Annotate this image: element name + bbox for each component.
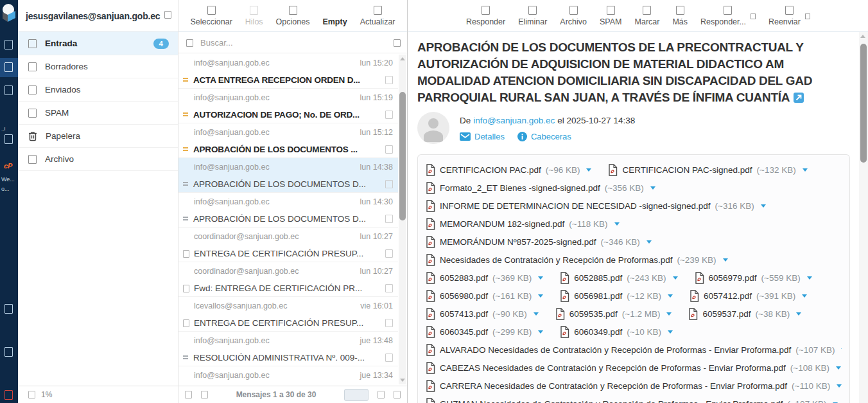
folder-item[interactable]: Archivo: [18, 148, 178, 171]
attachment-name[interactable]: CERTIFICACION PAC-signed.pdf: [622, 165, 752, 175]
attachment-item[interactable]: GUZMAN Necesidades de Contratación y Rec…: [426, 398, 838, 403]
attachment-name[interactable]: 6057413.pdf: [440, 309, 488, 319]
toolbar-button[interactable]: Más: [672, 6, 688, 26]
attachment-menu-icon[interactable]: [761, 204, 766, 208]
toolbar-button[interactable]: Opciones: [276, 6, 310, 26]
attachment-name[interactable]: CERTIFICACION PAC.pdf: [440, 165, 541, 175]
message-row[interactable]: info@sanjuan.gob.ec lun 15:12 APROBACIÓN…: [178, 123, 398, 158]
attachment-item[interactable]: MEMORÁNDUM Nº857-2025-signed.pdf (~346 K…: [426, 236, 652, 248]
attachment-name[interactable]: 6056981.pdf: [574, 291, 622, 301]
message-checkbox[interactable]: [385, 180, 393, 188]
attachment-item[interactable]: Necesidades de Contratación y Recepción …: [426, 254, 728, 266]
message-row[interactable]: info@sanjuan.gob.ec lun 14:38 APROBACIÓN…: [178, 158, 398, 193]
toolbar-button[interactable]: Reenviar: [768, 6, 810, 26]
toolbar-button[interactable]: Responder: [466, 6, 505, 26]
attachment-menu-icon[interactable]: [802, 294, 807, 298]
attachment-name[interactable]: 6059537.pdf: [702, 309, 751, 319]
rail-app-icon[interactable]: [4, 134, 13, 144]
details-link[interactable]: Detalles: [460, 132, 505, 141]
attachment-item[interactable]: 6059537.pdf (~38 KB): [688, 308, 801, 320]
attachment-menu-icon[interactable]: [807, 276, 812, 280]
attachment-name[interactable]: MEMORANDUM 182-signed.pdf: [440, 219, 564, 229]
list-scrollbar[interactable]: [399, 55, 406, 384]
folder-item[interactable]: Entrada 4: [18, 32, 178, 55]
attachment-name[interactable]: MEMORÁNDUM Nº857-2025-signed.pdf: [440, 237, 596, 247]
attachment-menu-icon[interactable]: [647, 240, 652, 244]
message-row[interactable]: info@sanjuan.gob.ec jue 13:34: [178, 366, 398, 386]
attachment-item[interactable]: Formato_2_ET Bienes -signed-signed.pdf (…: [426, 182, 655, 194]
scroll-up-icon[interactable]: [400, 57, 405, 60]
rail-app-icon[interactable]: [4, 85, 13, 95]
toolbar-button[interactable]: Archivo: [560, 6, 587, 26]
attachment-item[interactable]: 6057412.pdf (~391 KB): [690, 290, 807, 302]
message-checkbox[interactable]: [385, 354, 393, 362]
attachment-item[interactable]: 6057413.pdf (~90 KB): [426, 308, 539, 320]
webmail-logo-icon[interactable]: [1, 1, 17, 31]
search-input[interactable]: Buscar...: [200, 38, 386, 48]
attachment-item[interactable]: 6052885.pdf (~243 KB): [560, 272, 677, 284]
attachment-name[interactable]: GUZMAN Necesidades de Contratación y Rec…: [440, 399, 783, 403]
attachment-item[interactable]: 6060349.pdf (~10 KB): [560, 326, 673, 338]
attachment-item[interactable]: 6052883.pdf (~369 KB): [426, 272, 543, 284]
message-checkbox[interactable]: [385, 145, 393, 154]
message-row[interactable]: info@sanjuan.gob.ec lun 15:20 ACTA ENTRE…: [178, 54, 398, 89]
cpanel-logo[interactable]: cP: [4, 162, 12, 170]
attachment-name[interactable]: INFORME DE DETERMINACION DE NECESIDAD -s…: [440, 201, 711, 211]
attachment-menu-icon[interactable]: [673, 276, 678, 280]
message-checkbox[interactable]: [385, 76, 393, 84]
attachment-menu-icon[interactable]: [841, 348, 842, 352]
attachment-name[interactable]: CABEZAS Necesidades de Contratación y Re…: [440, 363, 786, 373]
folder-item[interactable]: Borradores: [18, 55, 178, 78]
attachment-name[interactable]: 6052885.pdf: [574, 273, 622, 283]
search-bar[interactable]: Buscar...: [178, 33, 407, 53]
attachment-item[interactable]: MEMORANDUM 182-signed.pdf (~118 KB): [426, 218, 620, 230]
sender-email-link[interactable]: info@sanjuan.gob.ec: [473, 116, 555, 125]
toolbar-button[interactable]: Responder...: [700, 6, 756, 26]
rail-app-icon[interactable]: [4, 40, 13, 49]
folder-item[interactable]: Papelera: [18, 125, 178, 148]
rail-active-item[interactable]: [0, 58, 18, 77]
attachment-menu-icon[interactable]: [836, 366, 841, 370]
rail-app-icon[interactable]: [4, 347, 13, 357]
message-row[interactable]: info@sanjuan.gob.ec lun 15:19 AUTORIZACI…: [178, 89, 398, 123]
attachment-item[interactable]: CERTIFICACION PAC.pdf (~96 KB): [426, 164, 591, 176]
toolbar-button[interactable]: Actualizar: [360, 6, 395, 26]
attachment-item[interactable]: 6056981.pdf (~12 KB): [560, 290, 673, 302]
toolbar-button[interactable]: Empty: [322, 6, 347, 26]
message-checkbox[interactable]: [385, 215, 393, 223]
attachment-menu-icon[interactable]: [723, 258, 728, 262]
dropdown-icon[interactable]: [805, 13, 810, 19]
attachment-name[interactable]: 6057412.pdf: [704, 291, 752, 301]
headers-link[interactable]: Cabeceras: [517, 132, 571, 141]
message-row[interactable]: info@sanjuan.gob.ec jue 13:48 RESOLUCIÓN…: [178, 332, 398, 366]
attachment-name[interactable]: 6059535.pdf: [569, 309, 618, 319]
attachment-name[interactable]: Necesidades de Contratación y Recepción …: [440, 255, 672, 265]
message-row[interactable]: lcevallos@sanjuan.gob.ec vie 16:01 ENTRE…: [178, 297, 398, 332]
message-checkbox[interactable]: [385, 284, 393, 292]
attachment-menu-icon[interactable]: [837, 384, 842, 388]
rail-app-icon[interactable]: [4, 390, 13, 400]
footer-icon[interactable]: [185, 391, 192, 399]
attachment-item[interactable]: ALVARADO Necesidades de Contratación y R…: [426, 344, 842, 356]
rail-app-icon[interactable]: [4, 304, 13, 314]
attachment-menu-icon[interactable]: [668, 294, 673, 298]
toolbar-button[interactable]: Seleccionar: [190, 6, 232, 26]
attachment-name[interactable]: 6060349.pdf: [574, 327, 622, 337]
message-row[interactable]: info@sanjuan.gob.ec lun 14:30 APROBACIÓN…: [178, 193, 398, 228]
list-scrollbar-thumb[interactable]: [399, 92, 406, 220]
message-checkbox[interactable]: [385, 249, 393, 258]
attachment-menu-icon[interactable]: [586, 168, 591, 172]
scroll-down-icon[interactable]: [400, 379, 405, 382]
toolbar-button[interactable]: SPAM: [600, 6, 622, 26]
scroll-up-icon[interactable]: [860, 35, 865, 38]
attachment-menu-icon[interactable]: [666, 312, 672, 316]
account-menu-icon[interactable]: [164, 11, 171, 19]
page-input[interactable]: [344, 389, 369, 401]
attachment-item[interactable]: 6056980.pdf (~161 KB): [426, 290, 543, 302]
attachment-item[interactable]: 6056979.pdf (~559 KB): [695, 272, 812, 284]
attachment-menu-icon[interactable]: [614, 222, 620, 226]
message-checkbox[interactable]: [385, 319, 393, 327]
attachment-menu-icon[interactable]: [803, 168, 808, 172]
attachment-menu-icon[interactable]: [538, 330, 543, 334]
dropdown-icon[interactable]: [751, 13, 756, 19]
